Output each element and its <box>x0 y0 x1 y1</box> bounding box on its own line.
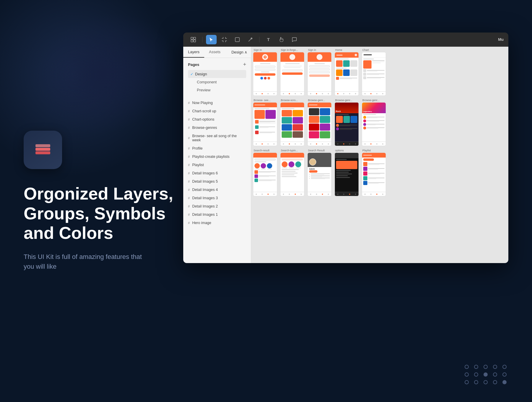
sr-song-line3 <box>259 176 276 176</box>
nav-dot <box>382 143 383 145</box>
comment-tool[interactable] <box>289 35 300 44</box>
layer-detail-2[interactable]: # Detail Images 2 <box>183 202 251 210</box>
dot-1-2[interactable] <box>474 365 478 369</box>
clist-text2 <box>367 74 385 75</box>
browse-scroll-nav <box>280 142 304 146</box>
sr-song-list <box>254 170 276 182</box>
sr-song-text3 <box>259 180 276 181</box>
shape-tool[interactable] <box>232 35 243 44</box>
layer-profile[interactable]: # Profile <box>183 144 251 153</box>
browse-week-screen <box>253 102 277 146</box>
page-preview[interactable]: Preview <box>188 86 246 94</box>
signup-logo <box>317 54 322 60</box>
dot-3-5[interactable] <box>502 380 507 384</box>
dot-2-4[interactable] <box>493 372 497 377</box>
layer-detail-5[interactable]: # Detail Images 5 <box>183 177 251 186</box>
browse-scroll-screen <box>280 102 304 146</box>
layer-detail-3[interactable]: # Detail Images 3 <box>183 194 251 202</box>
top-chart-label <box>336 68 347 69</box>
layer-detail-4[interactable]: # Detail Images 4 <box>183 186 251 194</box>
sotw-list <box>254 119 276 135</box>
text-tool[interactable]: T <box>263 35 274 44</box>
select-tool[interactable] <box>206 35 217 44</box>
od-header <box>335 153 359 158</box>
layer-detail-1[interactable]: # Detail Images 1 <box>183 210 251 219</box>
left-panel: Orgonized Layers, Groups, Symbols and Co… <box>0 0 213 402</box>
pl-line7 <box>368 178 385 178</box>
leg-line3 <box>367 120 385 121</box>
home-header <box>335 52 359 58</box>
nav-dot <box>273 194 275 195</box>
hand-tool[interactable] <box>276 35 287 44</box>
dot-2-2[interactable] <box>474 372 478 377</box>
genre-orange <box>309 116 319 123</box>
tab-layers[interactable]: Layers <box>183 47 204 58</box>
frame-tool[interactable] <box>219 35 230 44</box>
sidebar[interactable]: Layers Assets Design ∧ Pages + ✓ Design … <box>183 47 251 263</box>
signin-title-area <box>255 63 275 64</box>
layer-browse-all[interactable]: # Browse- see all song of the week <box>183 132 251 144</box>
dot-3-3[interactable] <box>484 380 488 384</box>
dot-3-4[interactable] <box>493 380 497 384</box>
sotw-img1 <box>254 110 265 119</box>
dot-1-4[interactable] <box>493 365 497 369</box>
dot-3-2[interactable] <box>474 380 478 384</box>
leg-line4 <box>367 121 379 122</box>
leg-line1 <box>367 117 385 117</box>
genre-red <box>309 124 319 131</box>
layer-now-playing[interactable]: # Now Playing <box>183 99 251 107</box>
screen-browse-genres-label: Browse-genr... <box>307 99 332 102</box>
dot-2-1[interactable] <box>465 372 469 377</box>
screen-search-result2: Search Result Adele 1 <box>307 149 332 196</box>
dot-2-5[interactable] <box>502 372 507 377</box>
dot-1-5[interactable] <box>502 365 507 369</box>
st-header <box>280 153 304 158</box>
layer-playlist[interactable]: # Playlist <box>183 161 251 169</box>
genre-cell2 <box>293 110 303 116</box>
chart-screen <box>362 52 386 96</box>
layer-detail-5-label: Detail Images 5 <box>192 179 218 184</box>
nav-dot <box>355 194 356 195</box>
layer-detail-6[interactable]: # Detail Images 6 <box>183 169 251 177</box>
dot-1-1[interactable] <box>465 365 469 369</box>
rock-header: Rock <box>335 103 359 113</box>
page-design[interactable]: ✓ Design <box>188 70 246 78</box>
pages-header: Pages + <box>188 61 246 68</box>
rock-artist2-line1 <box>340 128 357 129</box>
pen-tool[interactable] <box>245 35 256 44</box>
signup-header <box>308 52 331 62</box>
rock-artist-row <box>336 124 357 127</box>
od-options-list <box>336 170 357 178</box>
hash-icon: # <box>188 155 190 158</box>
pages-add-button[interactable]: + <box>243 61 246 68</box>
layer-chart-scroll[interactable]: # Chart-scroll up <box>183 107 251 115</box>
layer-browse-genres[interactable]: # Browse-genres <box>183 124 251 132</box>
design-button[interactable]: Design ∧ <box>228 47 251 58</box>
canvas: Sign In <box>251 47 508 263</box>
dot-2-3[interactable] <box>484 372 488 377</box>
od-opt2 <box>336 172 349 173</box>
screen-playlist: Playlist <box>362 149 386 196</box>
sotw3-line1 <box>259 132 275 132</box>
sr-song-row3 <box>254 179 276 182</box>
layer-chart-options[interactable]: # Chart-options <box>183 115 251 124</box>
layer-playlist-create[interactable]: # Playlist-create playlists <box>183 153 251 161</box>
grid-tool[interactable] <box>188 35 199 44</box>
legendary-title-text: Legendary <box>363 111 372 112</box>
hash-icon: # <box>188 171 190 175</box>
od-content <box>335 158 359 179</box>
layer-hero-image[interactable]: # Hero image <box>183 219 251 227</box>
sr2-artist-avatar <box>309 158 316 166</box>
dot-1-3[interactable] <box>484 365 488 369</box>
pl-row4 <box>363 176 385 180</box>
tab-assets[interactable]: Assets <box>204 47 225 58</box>
page-component[interactable]: Component <box>188 78 246 86</box>
layer-detail-2-label: Detail Images 2 <box>192 204 218 208</box>
pl-content <box>362 158 386 186</box>
toolbar: T Mu <box>183 33 508 47</box>
od-opt3 <box>336 174 352 174</box>
nav-dot <box>301 93 302 94</box>
layer-playlist-label: Playlist <box>192 163 204 167</box>
login-btn <box>255 73 275 76</box>
dot-3-1[interactable] <box>465 380 469 384</box>
